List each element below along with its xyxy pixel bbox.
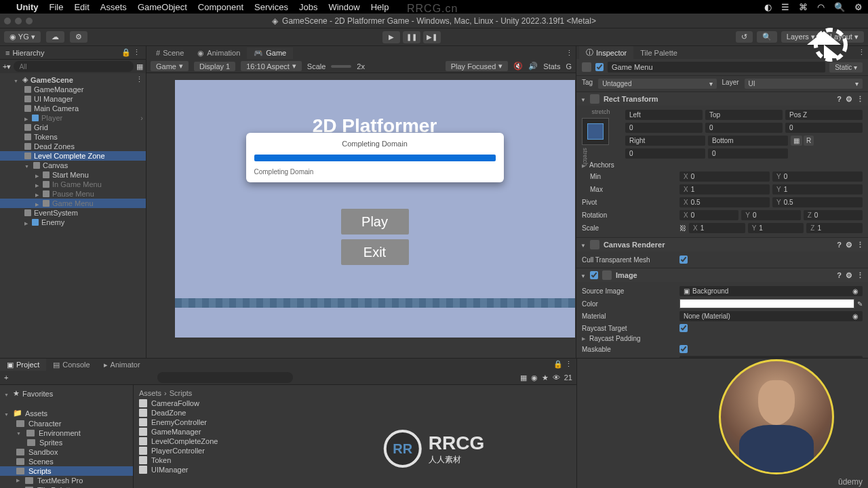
favorites-header[interactable]: ★ Favorites (0, 388, 133, 399)
source-image-field[interactable]: ▣ Background◉ (679, 286, 863, 296)
filter-icon[interactable]: ▦ (136, 62, 143, 71)
wifi-icon[interactable]: ◠ (817, 2, 825, 12)
top-field[interactable]: Top (705, 110, 783, 120)
search-icon[interactable]: 🔍 (834, 2, 845, 12)
script-file[interactable]: PlayerController (134, 446, 576, 455)
script-file[interactable]: DeadZone (134, 408, 576, 418)
assets-header[interactable]: 📁 Assets (0, 407, 133, 419)
folder-item[interactable]: Sprites (0, 438, 133, 447)
filter-icon[interactable]: ▦ (520, 373, 527, 382)
menu-icon[interactable]: ⋮ (856, 95, 864, 104)
tree-item[interactable]: In Game Menu (0, 180, 146, 189)
cloud-icon[interactable]: ☁ (46, 31, 64, 43)
folder-item-selected[interactable]: Scripts (0, 466, 133, 476)
blueprint-icon[interactable]: ▦ (791, 136, 802, 146)
tab-scene[interactable]: # Scene (149, 47, 191, 58)
audio-icon[interactable]: 🔊 (528, 62, 538, 70)
object-name-field[interactable]: Game Menu (608, 62, 825, 73)
tree-item[interactable]: Start Menu (0, 170, 146, 180)
script-file[interactable]: UIManager (134, 465, 576, 474)
layer-dropdown[interactable]: UI▾ (745, 79, 863, 89)
tree-item[interactable]: Main Camera (0, 104, 146, 113)
lock-icon[interactable]: 🔒 ⋮ (549, 359, 576, 371)
settings-icon[interactable]: ⚙ (70, 31, 87, 43)
game-mode-dropdown[interactable]: Game ▾ (151, 61, 189, 71)
tree-item[interactable]: Tokens (0, 132, 146, 142)
tray-icon[interactable]: ⌘ (799, 2, 808, 12)
tab-menu-icon[interactable]: ⋮ (566, 49, 573, 58)
raycast-checkbox[interactable] (679, 324, 688, 332)
link-icon[interactable]: ⛓ (679, 224, 686, 232)
active-checkbox[interactable] (595, 63, 604, 71)
tree-item[interactable]: GameManager (0, 85, 146, 94)
eyedropper-icon[interactable]: ✎ (857, 300, 863, 308)
tray-icon[interactable]: ◐ (764, 2, 772, 12)
image-enabled-checkbox[interactable] (590, 271, 598, 279)
menu-gameobject[interactable]: GameObject (138, 2, 187, 12)
game-play-button[interactable]: Play (341, 209, 409, 235)
game-exit-button[interactable]: Exit (341, 239, 409, 265)
create-icon[interactable]: +▾ (3, 62, 11, 71)
gizmos-button[interactable]: G (566, 62, 572, 70)
tree-item[interactable]: Player› (0, 113, 146, 123)
window-controls[interactable] (4, 18, 33, 24)
script-file[interactable]: LevelCompleteZone (134, 436, 576, 446)
anchor-preset-button[interactable] (582, 118, 609, 145)
tab-inspector[interactable]: ⓘ Inspector (579, 46, 633, 59)
tree-item-selected[interactable]: Game Menu (0, 199, 146, 208)
cull-checkbox[interactable] (679, 256, 688, 264)
help-icon[interactable]: ? (837, 95, 842, 103)
filter-icon[interactable]: ◉ (531, 373, 538, 382)
folder-item[interactable]: Sandbox (0, 447, 133, 457)
mute-icon[interactable]: 🔇 (513, 62, 523, 70)
hierarchy-tab[interactable]: ≡ Hierarchy🔒 ⋮ (0, 46, 146, 60)
menu-edit[interactable]: Edit (74, 2, 89, 12)
menu-window[interactable]: Window (328, 2, 359, 12)
menu-assets[interactable]: Assets (100, 2, 127, 12)
display-dropdown[interactable]: Display 1 (194, 62, 235, 71)
menu-jobs[interactable]: Jobs (299, 2, 317, 12)
folder-item[interactable]: TextMesh Pro (0, 476, 133, 485)
menu-help[interactable]: Help (371, 2, 389, 12)
folder-item[interactable]: Tile Palette (0, 485, 133, 488)
search-icon[interactable]: 🔍 (757, 31, 777, 43)
tab-game[interactable]: 🎮 Game (247, 47, 293, 59)
tab-animation[interactable]: ◉ Animation (191, 47, 247, 59)
app-name[interactable]: Unity (16, 2, 39, 12)
tree-item[interactable]: Enemy (0, 218, 146, 227)
maskable-checkbox[interactable] (679, 345, 688, 353)
tab-project[interactable]: ▣ Project (0, 359, 46, 371)
tree-item[interactable]: Grid (0, 123, 146, 132)
folder-item[interactable]: Character (0, 419, 133, 428)
menu-services[interactable]: Services (254, 2, 288, 12)
tray-icon[interactable]: ☰ (781, 2, 789, 12)
filter-icon[interactable]: ★ (542, 373, 549, 382)
focus-dropdown[interactable]: Play Focused ▾ (446, 61, 509, 71)
folder-item[interactable]: Scenes (0, 457, 133, 466)
play-button[interactable]: ▶ (382, 31, 400, 43)
raw-icon[interactable]: R (804, 136, 814, 146)
menu-file[interactable]: File (50, 2, 64, 12)
right-field[interactable]: Right (625, 136, 705, 146)
account-button[interactable]: ◉ YG ▾ (4, 31, 41, 43)
posz-field[interactable]: Pos Z (785, 110, 863, 120)
script-file[interactable]: EnemyController (134, 418, 576, 427)
folder-item[interactable]: Environment (0, 428, 133, 438)
preset-icon[interactable]: ⚙ (846, 95, 852, 104)
breadcrumb[interactable]: Assets › Scripts (134, 388, 576, 399)
control-center-icon[interactable]: ⚙ (854, 2, 863, 12)
undo-history-icon[interactable]: ↺ (736, 31, 753, 43)
left-field[interactable]: Left (625, 110, 703, 120)
image-type-dropdown[interactable]: Sliced▾ (679, 356, 863, 358)
aspect-dropdown[interactable]: 16:10 Aspect ▾ (241, 61, 302, 71)
scale-slider[interactable] (331, 65, 351, 68)
tag-dropdown[interactable]: Untagged▾ (598, 79, 716, 89)
tab-menu-icon[interactable]: ⋮ (858, 48, 865, 57)
material-field[interactable]: None (Material)◉ (679, 311, 863, 321)
tree-item[interactable]: Dead Zones (0, 142, 146, 151)
script-file[interactable]: CameraFollow (134, 399, 576, 408)
tree-item[interactable]: Pause Menu (0, 189, 146, 199)
hierarchy-search[interactable] (14, 61, 134, 72)
tree-item[interactable]: UI Manager (0, 94, 146, 104)
menu-component[interactable]: Component (198, 2, 243, 12)
